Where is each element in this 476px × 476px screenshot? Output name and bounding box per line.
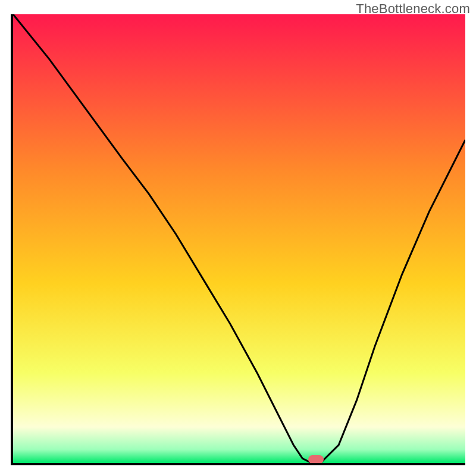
- optimal-marker: [308, 455, 324, 464]
- bottleneck-curve: [13, 14, 465, 463]
- chart-container: TheBottleneck.com: [0, 0, 476, 476]
- plot-area: [11, 14, 465, 465]
